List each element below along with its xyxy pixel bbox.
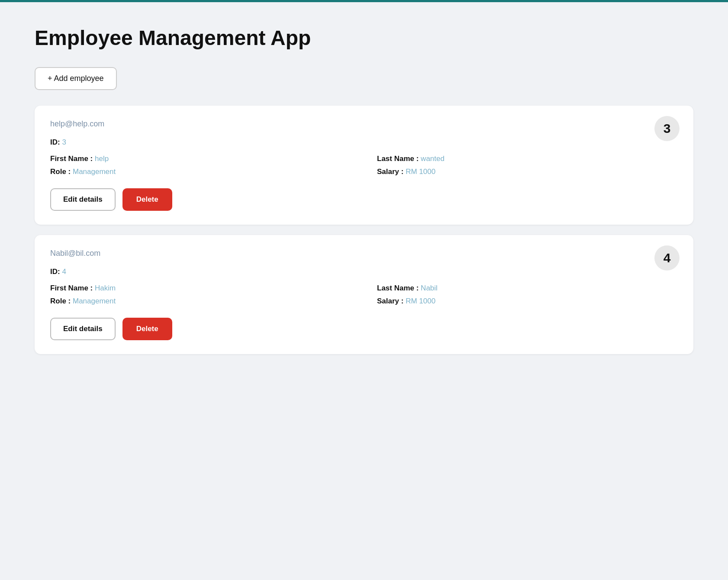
card-actions: Edit details Delete xyxy=(50,188,678,211)
id-label: ID: xyxy=(50,267,60,276)
salary-value: RM 1000 xyxy=(406,297,435,305)
add-employee-button[interactable]: + Add employee xyxy=(35,67,117,90)
employee-id: ID: 4 xyxy=(50,267,678,276)
employee-list: 3 help@help.com ID: 3 First Name : help … xyxy=(35,106,693,354)
salary-label: Salary : xyxy=(377,297,403,305)
salary-label: Salary : xyxy=(377,168,403,176)
role-value: Management xyxy=(73,168,116,176)
role-field: Role : Management xyxy=(50,297,351,306)
first-name-value: Hakim xyxy=(95,284,116,292)
last-name-value: Nabil xyxy=(421,284,438,292)
role-label: Role : xyxy=(50,168,71,176)
employee-badge: 4 xyxy=(654,245,680,271)
salary-field: Salary : RM 1000 xyxy=(377,168,678,176)
employee-id: ID: 3 xyxy=(50,138,678,147)
id-value: 4 xyxy=(62,267,66,276)
last-name-value: wanted xyxy=(421,155,445,163)
last-name-field: Last Name : Nabil xyxy=(377,284,678,293)
salary-value: RM 1000 xyxy=(406,168,435,176)
delete-button[interactable]: Delete xyxy=(122,188,172,211)
id-value: 3 xyxy=(62,138,66,146)
first-name-field: First Name : help xyxy=(50,155,351,163)
delete-button[interactable]: Delete xyxy=(122,318,172,340)
employee-badge: 3 xyxy=(654,116,680,141)
salary-field: Salary : RM 1000 xyxy=(377,297,678,306)
employee-fields: First Name : Hakim Last Name : Nabil Rol… xyxy=(50,284,678,306)
first-name-label: First Name : xyxy=(50,155,93,163)
role-label: Role : xyxy=(50,297,71,305)
first-name-field: First Name : Hakim xyxy=(50,284,351,293)
top-bar xyxy=(0,0,728,2)
last-name-label: Last Name : xyxy=(377,155,419,163)
role-field: Role : Management xyxy=(50,168,351,176)
edit-details-button[interactable]: Edit details xyxy=(50,188,116,211)
employee-card: 3 help@help.com ID: 3 First Name : help … xyxy=(35,106,693,225)
card-actions: Edit details Delete xyxy=(50,318,678,340)
page-title: Employee Management App xyxy=(35,26,693,50)
employee-email: Nabil@bil.com xyxy=(50,249,678,258)
first-name-label: First Name : xyxy=(50,284,93,292)
first-name-value: help xyxy=(95,155,109,163)
employee-fields: First Name : help Last Name : wanted Rol… xyxy=(50,155,678,176)
edit-details-button[interactable]: Edit details xyxy=(50,318,116,340)
employee-card: 4 Nabil@bil.com ID: 4 First Name : Hakim… xyxy=(35,235,693,354)
last-name-label: Last Name : xyxy=(377,284,419,292)
role-value: Management xyxy=(73,297,116,305)
id-label: ID: xyxy=(50,138,60,146)
employee-email: help@help.com xyxy=(50,119,678,129)
last-name-field: Last Name : wanted xyxy=(377,155,678,163)
